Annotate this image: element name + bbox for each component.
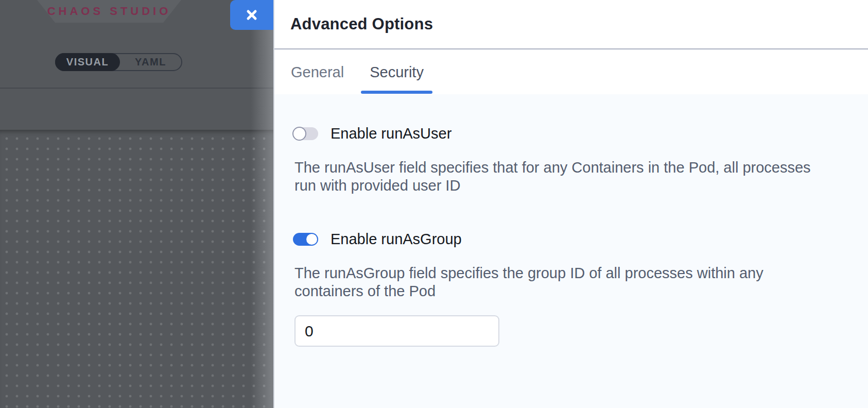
tab-security[interactable]: Security xyxy=(361,50,432,94)
chaos-studio-banner: CHAOS STUDIO xyxy=(37,0,181,23)
toggle-knob xyxy=(306,234,317,245)
security-tab-content: Enable runAsUser The runAsUser field spe… xyxy=(274,94,868,408)
close-icon xyxy=(245,8,259,22)
drawer-shadow-glow xyxy=(251,0,273,408)
enable-run-as-group-toggle[interactable] xyxy=(293,233,318,246)
run-as-group-row: Enable runAsGroup xyxy=(293,231,462,248)
run-as-group-description: The runAsGroup field specifies the group… xyxy=(294,264,763,300)
description-line: containers of the Pod xyxy=(294,282,763,300)
tab-general[interactable]: General xyxy=(282,50,353,94)
dotted-canvas-grid[interactable] xyxy=(0,130,273,408)
close-button[interactable] xyxy=(230,0,273,30)
run-as-user-description: The runAsUser field specifies that for a… xyxy=(294,159,811,195)
advanced-options-drawer: Advanced Options General Security Enable… xyxy=(273,0,868,408)
yaml-view-button[interactable]: YAML xyxy=(120,54,181,70)
toggle-knob xyxy=(292,127,306,141)
left-header-divider xyxy=(0,88,273,89)
enable-run-as-group-label: Enable runAsGroup xyxy=(331,231,462,248)
enable-run-as-user-toggle[interactable] xyxy=(293,127,318,140)
drawer-title: Advanced Options xyxy=(290,15,433,33)
dimmed-canvas-backdrop: CHAOS STUDIO VISUAL YAML xyxy=(0,0,273,408)
drawer-header: Advanced Options xyxy=(274,0,868,49)
visual-view-button[interactable]: VISUAL xyxy=(55,53,120,71)
chaos-studio-title: CHAOS STUDIO xyxy=(47,5,171,18)
drawer-tabbar: General Security xyxy=(274,50,868,94)
run-as-user-row: Enable runAsUser xyxy=(293,125,452,142)
description-line: run with provided user ID xyxy=(294,177,811,195)
enable-run-as-user-label: Enable runAsUser xyxy=(331,125,452,142)
visual-yaml-segmented-control: VISUAL YAML xyxy=(55,53,182,71)
description-line: The runAsGroup field specifies the group… xyxy=(294,264,763,282)
run-as-group-id-input[interactable] xyxy=(294,315,499,347)
description-line: The runAsUser field specifies that for a… xyxy=(294,159,811,177)
